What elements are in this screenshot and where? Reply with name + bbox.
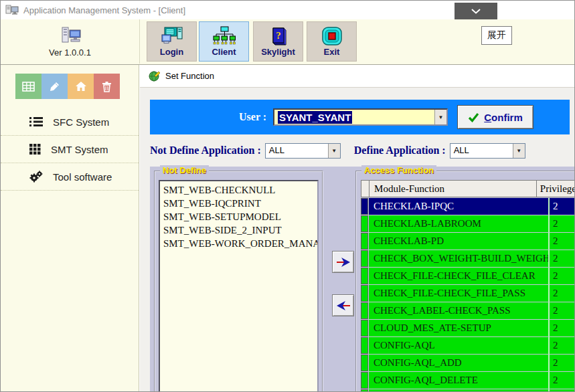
row-selector-cell[interactable] [361,302,368,319]
module-function-cell[interactable]: CHECK_FILE-CHECK_FILE_PASS [369,285,550,302]
dropdown-arrow-icon: ▼ [331,148,337,154]
check-icon [468,112,479,122]
not-define-application-combobox[interactable]: ALL ▼ [265,143,341,159]
client-button[interactable]: Client [199,21,249,62]
user-label: User : [239,111,266,123]
table-row[interactable]: CHECKLAB-PD 2 [361,233,575,250]
sidebar-item-tool-software[interactable]: Tool software [1,163,139,191]
row-selector-cell[interactable] [361,389,368,392]
user-combobox[interactable]: SYANT_SYANT ▼ [273,108,448,126]
table-row[interactable]: CHECKLAB-LABROOM 2 [361,215,575,232]
sidebar-item-label: SFC System [53,116,109,128]
arrow-right-icon [336,257,351,268]
workstation-icon [57,26,84,46]
module-function-cell[interactable]: CHECK_BOX_WEIGHT-BUILD_WEIGHT [369,250,550,267]
row-selector-cell[interactable] [361,250,368,267]
privilege-cell[interactable]: 2 [550,355,575,371]
row-selector-cell[interactable] [361,215,368,232]
home-icon [75,81,87,92]
privilege-cell[interactable]: 2 [550,337,575,354]
table-row[interactable]: CLOUD_MES_ATE-SETUP 2 [361,320,575,336]
table-row[interactable]: CHECK_BOX_WEIGHT-BUILD_WEIGHT 2 [361,250,575,267]
module-function-cell[interactable]: CHECKLAB-PD [369,233,550,250]
panel-body: User : SYANT_SYANT ▼ Confirm Not Define … [140,88,574,391]
move-right-button[interactable] [332,251,354,273]
not-define-list-item[interactable]: SMT_WEB-SETUPMODEL [163,210,317,223]
privilege-cell[interactable]: 2 [550,372,575,389]
row-selector-cell[interactable] [361,355,368,371]
delete-action-button[interactable] [94,74,120,99]
row-selector-cell[interactable] [361,233,368,250]
not-define-list-item[interactable]: SMT_WEB-CHECKNULL [163,183,317,197]
dropdown-arrow-icon: ▼ [438,114,444,120]
module-function-cell[interactable]: CHECKLAB-IPQC [369,198,550,215]
skylight-button[interactable]: ? Skylight [253,21,303,62]
table-row[interactable]: CHECKLAB-IPQC 2 [361,198,575,215]
row-selector-cell[interactable] [361,268,368,284]
privilege-cell[interactable]: 2 [550,268,575,284]
window-title: Application Management System - [Client] [23,5,185,15]
user-combobox-dropdown-button[interactable]: ▼ [434,110,446,124]
dropdown-arrow-icon: ▼ [516,148,521,154]
table-row[interactable]: CHECK_FILE-CHECK_FILE_CLEAR 2 [361,268,575,284]
client-network-icon [213,26,236,46]
table-row[interactable]: CHECK_FILE-CHECK_FILE_PASS 2 [361,285,575,302]
not-define-list-item[interactable]: SMT_WEB-WORK_ORDER_MANAGEMENT [163,237,317,250]
table-row[interactable]: CONFIG-AQL_EDIT 2 [361,389,575,392]
not-define-list-item[interactable]: SMT_WEB-SIDE_2_INPUT [163,223,317,237]
access-function-group-title: Access Function [361,165,436,175]
module-function-cell[interactable]: CONFIG-AQL_DELETE [369,372,550,389]
user-combobox-value: SYANT_SYANT [278,111,352,124]
row-selector-cell[interactable] [361,198,368,215]
home-action-button[interactable] [68,74,94,99]
privilege-cell[interactable]: 2 [550,285,575,302]
privilege-cell[interactable]: 2 [550,198,575,215]
privilege-cell[interactable]: 2 [550,215,575,232]
module-function-cell[interactable]: CONFIG-AQL [369,337,550,354]
privilege-cell[interactable]: 2 [550,389,575,392]
module-function-cell[interactable]: CONFIG-AQL_ADD [369,355,550,371]
row-selector-cell[interactable] [361,337,368,354]
privilege-cell[interactable]: 2 [550,320,575,336]
table-row[interactable]: CONFIG-AQL_ADD 2 [361,355,575,371]
filter-row: Not Define Application : ALL ▼ Define Ap… [140,134,574,167]
confirm-button-label: Confirm [484,112,523,123]
define-application-combobox[interactable]: ALL ▼ [450,143,525,159]
privilege-cell[interactable]: 2 [550,250,575,267]
module-function-column-header[interactable]: Module-Function [369,181,537,197]
not-define-listbox[interactable]: SMT_WEB-CHECKNULL SMT_WEB-IQCPRINT SMT_W… [159,180,319,392]
sidebar-item-label: SMT System [51,144,108,155]
sidebar-item-label: Tool software [53,171,112,183]
collapse-chevron-button[interactable] [455,3,497,19]
not-define-application-label: Not Define Application : [150,144,261,157]
row-selector-cell[interactable] [361,320,368,336]
confirm-button[interactable]: Confirm [457,105,533,129]
move-left-button[interactable] [332,294,354,316]
module-function-cell[interactable]: CHECK_LABEL-CHECK_PASS [369,302,550,319]
row-selector-cell[interactable] [361,372,368,389]
titlebar: Application Management System - [Client] [1,1,574,20]
not-define-list-item[interactable]: SMT_WEB-IQCPRINT [163,197,317,210]
toolbar-button-label: Skylight [261,47,295,57]
edit-action-button[interactable] [42,74,68,99]
table-row[interactable]: CHECK_LABEL-CHECK_PASS 2 [361,302,575,319]
table-row[interactable]: CONFIG-AQL_DELETE 2 [361,372,575,389]
login-button[interactable]: Login [147,21,197,62]
module-function-cell[interactable]: CHECKLAB-LABROOM [369,215,550,232]
privilege-cell[interactable]: 2 [550,233,575,250]
not-define-dropdown-button[interactable]: ▼ [328,144,340,158]
sidebar-item-sfc-system[interactable]: SFC System [1,108,139,136]
define-dropdown-button[interactable]: ▼ [513,144,525,158]
module-function-cell[interactable]: CONFIG-AQL_EDIT [369,389,550,392]
module-function-cell[interactable]: CHECK_FILE-CHECK_FILE_CLEAR [369,268,550,284]
not-define-application-value: ALL [266,144,328,158]
row-selector-cell[interactable] [361,285,368,302]
table-row[interactable]: CONFIG-AQL 2 [361,337,575,354]
grid-action-button[interactable] [15,74,42,99]
privilege-cell[interactable]: 2 [550,302,575,319]
expand-button[interactable]: 展开 [481,26,512,45]
module-function-cell[interactable]: CLOUD_MES_ATE-SETUP [369,320,550,336]
exit-button[interactable]: Exit [307,21,357,62]
sidebar-item-smt-system[interactable]: SMT System [1,136,139,163]
privilege-column-header[interactable]: Privilege [537,181,575,197]
